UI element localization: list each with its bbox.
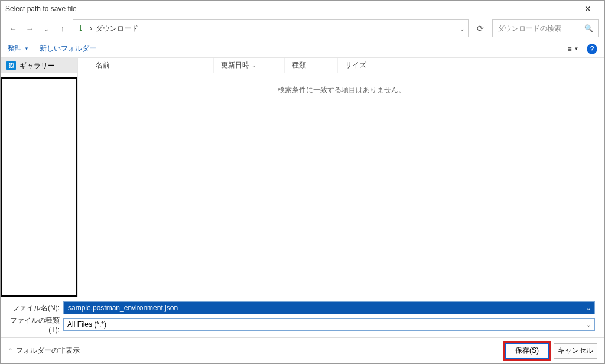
up-icon[interactable]: ↑	[56, 22, 69, 35]
sidebar-item-label: ギャラリー	[19, 61, 55, 71]
caret-down-icon: ▼	[24, 46, 29, 51]
close-icon[interactable]: ✕	[576, 4, 600, 14]
chevron-down-icon[interactable]: ⌄	[586, 305, 591, 311]
column-date[interactable]: 更新日時 ⌄	[214, 58, 285, 73]
toolbar: 整理 ▼ 新しいフォルダー ≡ ▼ ?	[1, 40, 604, 58]
sidebar-redacted-panel	[1, 77, 77, 297]
titlebar: Select path to save file ✕	[1, 1, 604, 17]
file-fields: ファイル名(N): sample.postman_environment.jso…	[1, 297, 604, 337]
bottom-bar: ⌃ フォルダーの非表示 保存(S) キャンセル	[1, 337, 604, 363]
list-view-icon: ≡	[568, 45, 572, 53]
sidebar-item-gallery[interactable]: 🖼 ギャラリー	[1, 58, 77, 73]
forward-icon[interactable]: →	[23, 22, 36, 35]
column-size[interactable]: サイズ	[338, 58, 385, 73]
caret-down-icon: ▼	[574, 46, 579, 51]
save-button[interactable]: 保存(S)	[505, 343, 549, 359]
download-icon: ⭳	[77, 24, 85, 33]
breadcrumb-label: ダウンロード	[96, 24, 138, 34]
save-file-dialog: Select path to save file ✕ ← → ⌄ ↑ ⭳ › ダ…	[0, 0, 605, 364]
view-options-button[interactable]: ≡ ▼	[563, 43, 583, 56]
search-icon: 🔍	[584, 24, 593, 32]
main-area: 🖼 ギャラリー 名前 更新日時 ⌄ 種類 サイズ	[1, 58, 604, 297]
hide-folders-toggle[interactable]: ⌃ フォルダーの非表示	[8, 346, 80, 356]
column-headers: 名前 更新日時 ⌄ 種類 サイズ	[78, 58, 604, 73]
organize-button[interactable]: 整理 ▼	[8, 44, 29, 54]
filetype-row: ファイルの種類(T): All Files (*.*) ⌄	[1, 317, 595, 332]
sort-down-icon: ⌄	[252, 63, 256, 69]
search-input[interactable]: ダウンロードの検索 🔍	[492, 20, 599, 37]
column-type[interactable]: 種類	[285, 58, 338, 73]
filename-input[interactable]: sample.postman_environment.json ⌄	[63, 301, 595, 314]
recent-locations-icon[interactable]: ⌄	[40, 22, 53, 35]
filename-value: sample.postman_environment.json	[67, 304, 178, 312]
filetype-select[interactable]: All Files (*.*) ⌄	[63, 318, 595, 331]
cancel-button[interactable]: キャンセル	[554, 343, 597, 359]
navigation-bar: ← → ⌄ ↑ ⭳ › ダウンロード ⌄ ⟳ ダウンロードの検索 🔍	[1, 17, 604, 40]
chevron-down-icon[interactable]: ⌄	[586, 321, 591, 328]
hide-folders-label: フォルダーの非表示	[16, 346, 80, 356]
filename-label: ファイル名(N):	[1, 303, 63, 313]
filename-row: ファイル名(N): sample.postman_environment.jso…	[1, 301, 595, 315]
breadcrumb-segment[interactable]: › ダウンロード	[90, 24, 138, 34]
new-folder-button[interactable]: 新しいフォルダー	[40, 44, 96, 54]
breadcrumb[interactable]: ⭳ › ダウンロード ⌄	[73, 20, 469, 37]
empty-results-message: 検索条件に一致する項目はありません。	[78, 73, 604, 95]
organize-label: 整理	[8, 44, 22, 54]
help-icon[interactable]: ?	[587, 44, 597, 54]
gallery-icon: 🖼	[6, 61, 16, 70]
breadcrumb-separator: ›	[90, 24, 92, 32]
sidebar: 🖼 ギャラリー	[1, 58, 77, 297]
file-list-area: 名前 更新日時 ⌄ 種類 サイズ 検索条件に一致する項目はありません。	[77, 58, 604, 297]
refresh-icon[interactable]: ⟳	[472, 20, 489, 37]
back-icon[interactable]: ←	[6, 22, 19, 35]
column-name[interactable]: 名前	[78, 58, 214, 73]
window-title: Select path to save file	[5, 5, 576, 13]
filetype-value: All Files (*.*)	[67, 320, 586, 329]
chevron-down-icon[interactable]: ⌄	[460, 25, 464, 32]
new-folder-label: 新しいフォルダー	[40, 44, 96, 54]
filetype-label: ファイルの種類(T):	[1, 316, 63, 334]
chevron-up-icon: ⌃	[8, 347, 12, 354]
search-placeholder: ダウンロードの検索	[497, 24, 584, 34]
